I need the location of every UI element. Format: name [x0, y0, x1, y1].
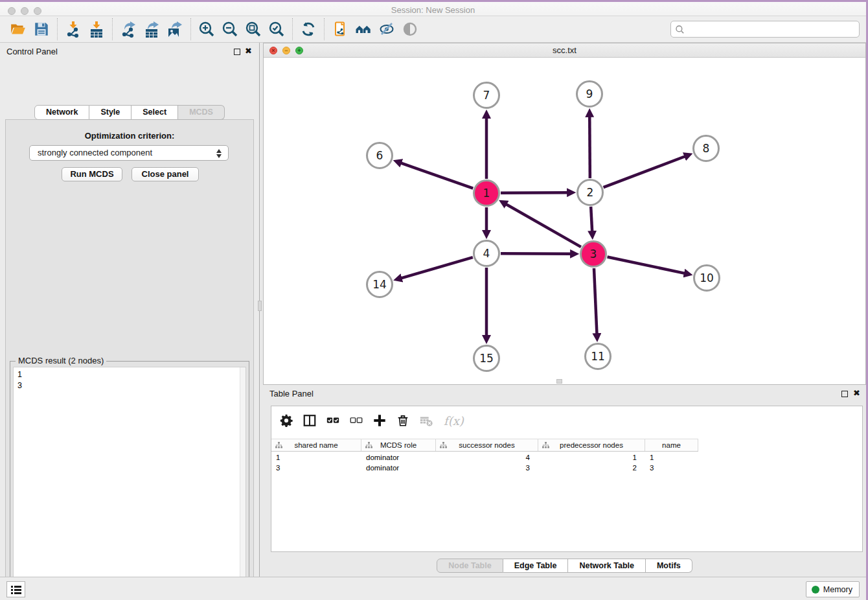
column-header-label: shared name: [294, 441, 337, 449]
table-panel-float-icon[interactable]: [841, 391, 848, 397]
graph-node-11[interactable]: 11: [586, 344, 611, 369]
checked-boxes-icon: [326, 413, 340, 428]
import-network-button[interactable]: [63, 19, 83, 39]
import-table-button[interactable]: [87, 19, 106, 39]
add-column-button[interactable]: [371, 412, 388, 429]
tab-select[interactable]: Select: [131, 105, 178, 120]
status-bar: Memory: [0, 577, 866, 600]
column-header-name[interactable]: name: [645, 439, 698, 451]
column-header-MCDS-role[interactable]: MCDS role: [361, 439, 436, 451]
zoom-fit-icon: [245, 21, 262, 38]
graph-node-7[interactable]: 7: [474, 83, 499, 108]
toolbar-separator: [112, 18, 113, 40]
apply-layout-button[interactable]: [299, 19, 318, 39]
title-bar: Session: New Session: [0, 0, 866, 16]
mcds-result-scrollbar[interactable]: [240, 367, 246, 600]
list-icon: [10, 584, 23, 595]
graph-edge-2-3[interactable]: [591, 207, 592, 232]
column-header-predecessor-nodes[interactable]: predecessor nodes: [538, 439, 645, 451]
network-window-titlebar[interactable]: × − + scc.txt: [264, 43, 865, 58]
table-row[interactable]: 3dominator323: [271, 463, 862, 473]
clone-network-button[interactable]: [330, 19, 350, 39]
graph-node-1[interactable]: 1: [474, 181, 499, 206]
eye-slash-icon: [378, 21, 395, 38]
delete-columns-button[interactable]: [394, 412, 411, 429]
unselect-all-columns-button[interactable]: [348, 412, 365, 429]
optimization-criterion-label: Optimization criterion:: [6, 131, 253, 141]
open-session-button[interactable]: [8, 19, 28, 39]
network-resize-grip[interactable]: [556, 379, 562, 384]
graph-node-3[interactable]: 3: [581, 242, 606, 267]
memory-button[interactable]: Memory: [806, 581, 860, 597]
table-panel-close-icon[interactable]: ✖: [853, 388, 860, 398]
search-icon: [675, 25, 685, 35]
mcds-result-title: MCDS result (2 nodes): [16, 356, 106, 365]
search-input[interactable]: [688, 22, 856, 36]
graph-edge-4-3[interactable]: [501, 253, 571, 254]
graph-node-6[interactable]: 6: [367, 143, 393, 168]
table-tab-network-table[interactable]: Network Table: [568, 559, 646, 573]
graph-node-label: 10: [700, 271, 714, 284]
save-floppy-icon: [33, 21, 50, 38]
zoom-in-button[interactable]: [197, 19, 216, 39]
tab-style[interactable]: Style: [89, 105, 131, 120]
mcds-result-textarea[interactable]: 1 3: [13, 367, 246, 600]
column-header-shared-name[interactable]: shared name: [271, 439, 361, 451]
tab-mcds[interactable]: MCDS: [178, 105, 225, 120]
graph-edge-3-1[interactable]: [506, 204, 581, 247]
export-image-button[interactable]: [165, 19, 185, 39]
shared-column-icon: [275, 442, 282, 448]
toggle-birds-eye-button[interactable]: [400, 19, 420, 39]
hide-graphics-details-button[interactable]: [377, 19, 396, 39]
select-all-columns-button[interactable]: [325, 412, 341, 429]
table-options-button[interactable]: [278, 412, 295, 429]
graph-node-10[interactable]: 10: [694, 266, 720, 291]
graph-node-9[interactable]: 9: [577, 82, 602, 107]
toolbar-separator: [57, 18, 58, 40]
network-overview-button[interactable]: [354, 19, 373, 39]
column-header-successor-nodes[interactable]: successor nodes: [436, 439, 538, 451]
graph-node-4[interactable]: 4: [474, 241, 499, 266]
graph-node-8[interactable]: 8: [694, 136, 719, 161]
graph-node-label: 14: [372, 278, 387, 291]
graph-edge-2-9[interactable]: [589, 116, 590, 178]
graph-edge-1-2[interactable]: [501, 192, 568, 193]
export-network-button[interactable]: [119, 19, 138, 39]
control-panel-close-icon[interactable]: ✖: [245, 46, 252, 56]
network-canvas[interactable]: 7968124314101511: [264, 58, 865, 384]
export-table-button[interactable]: [142, 19, 161, 39]
close-panel-button[interactable]: Close panel: [131, 167, 199, 181]
delete-table-button[interactable]: [418, 412, 435, 429]
zoom-selected-button[interactable]: [267, 19, 286, 39]
zoom-out-button[interactable]: [220, 19, 240, 39]
graph-node-2[interactable]: 2: [578, 180, 603, 205]
splitter-handle[interactable]: [258, 301, 262, 311]
run-mcds-button[interactable]: Run MCDS: [62, 167, 122, 181]
control-panel-float-icon[interactable]: [234, 49, 240, 55]
graph-node-15[interactable]: 15: [474, 346, 499, 371]
zoom-fit-button[interactable]: [244, 19, 263, 39]
save-session-button[interactable]: [32, 19, 51, 39]
table-panel-tabs: Node TableEdge TableNetwork TableMotifs: [263, 559, 866, 573]
graph-edge-4-14[interactable]: [401, 257, 473, 278]
column-layout-button[interactable]: [301, 412, 318, 429]
graph-node-label: 9: [586, 87, 593, 100]
clone-network-icon: [332, 21, 348, 38]
table-tab-node-table[interactable]: Node Table: [437, 559, 503, 573]
gear-icon: [279, 413, 293, 428]
optimization-criterion-select[interactable]: strongly connected component: [29, 145, 229, 161]
table-tab-motifs[interactable]: Motifs: [646, 559, 692, 573]
main-toolbar: [0, 16, 866, 43]
graph-edge-3-10[interactable]: [608, 257, 685, 273]
tab-network[interactable]: Network: [34, 105, 89, 120]
graph-edge-2-8[interactable]: [604, 156, 685, 187]
zoom-selected-icon: [268, 21, 285, 38]
toolbar-separator: [324, 18, 325, 40]
graph-edge-1-6[interactable]: [401, 163, 474, 188]
table-row[interactable]: 1dominator411: [271, 452, 862, 463]
graph-node-14[interactable]: 14: [367, 272, 393, 297]
function-builder-button[interactable]: f(x): [444, 414, 464, 428]
graph-edge-3-11[interactable]: [594, 268, 597, 334]
table-tab-edge-table[interactable]: Edge Table: [503, 559, 569, 573]
show-panels-menu-button[interactable]: [6, 581, 25, 597]
